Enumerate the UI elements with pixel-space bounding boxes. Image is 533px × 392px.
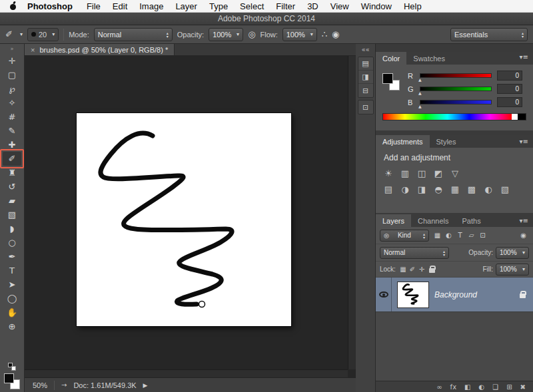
lasso-tool[interactable]: ℘ bbox=[3, 82, 21, 96]
menu-view[interactable]: View bbox=[324, 0, 355, 13]
expand-panels-icon[interactable]: «« bbox=[361, 45, 369, 55]
blur-tool[interactable]: ◗ bbox=[3, 222, 21, 236]
tab-channels[interactable]: Channels bbox=[411, 214, 455, 227]
channel-slider[interactable]: ▲ bbox=[420, 100, 492, 104]
status-flyout-icon[interactable]: → bbox=[61, 381, 67, 389]
channel-mixer-icon[interactable]: ▦ bbox=[450, 184, 460, 194]
move-tool[interactable]: ✛ bbox=[3, 54, 21, 68]
foreground-background-swatch[interactable] bbox=[4, 373, 20, 389]
tools-panel-collapse-icon[interactable]: » bbox=[11, 46, 14, 54]
slider-marker-icon[interactable]: ▲ bbox=[418, 104, 422, 108]
slider-marker-icon[interactable]: ▲ bbox=[418, 91, 422, 95]
levels-icon[interactable]: ▥ bbox=[400, 168, 410, 178]
zoom-tool[interactable]: ⊕ bbox=[3, 319, 21, 333]
menu-help[interactable]: Help bbox=[398, 0, 428, 13]
brush-tool[interactable]: ✐ bbox=[3, 152, 21, 166]
filter-adjustment-layers-icon[interactable]: ◐ bbox=[443, 230, 454, 241]
collapsed-panel-icon-1[interactable]: ▤ bbox=[358, 57, 373, 71]
window-title-bar[interactable]: Adobe Photoshop CC 2014 bbox=[0, 13, 533, 25]
spectrum-white-chip[interactable] bbox=[512, 114, 518, 120]
opacity-pressure-icon[interactable]: ◎ bbox=[248, 29, 255, 39]
tab-layers[interactable]: Layers bbox=[376, 214, 411, 227]
menu-select[interactable]: Select bbox=[234, 0, 270, 13]
zoom-level[interactable]: 50% bbox=[33, 381, 47, 389]
channel-value-field[interactable]: 0 bbox=[497, 71, 522, 81]
menu-file[interactable]: File bbox=[81, 0, 107, 13]
menu-filter[interactable]: Filter bbox=[270, 0, 301, 13]
invert-icon[interactable]: ◐ bbox=[484, 184, 493, 194]
posterize-icon[interactable]: ▧ bbox=[500, 184, 510, 194]
channel-value-field[interactable]: 0 bbox=[497, 97, 522, 107]
filter-shape-layers-icon[interactable]: ▱ bbox=[466, 230, 477, 241]
quick-selection-tool[interactable]: ✧ bbox=[3, 96, 21, 110]
tab-adjustments[interactable]: Adjustments bbox=[376, 135, 430, 148]
photo-filter-icon[interactable]: ◓ bbox=[434, 184, 443, 194]
menu-photoshop[interactable]: Photoshop bbox=[21, 0, 81, 13]
layer-filtering-toggle-icon[interactable]: ◉ bbox=[518, 230, 529, 241]
lock-image-pixels-icon[interactable]: ✐ bbox=[408, 266, 417, 273]
default-colors-icon[interactable] bbox=[8, 363, 16, 371]
color-spectrum-ramp[interactable] bbox=[382, 113, 526, 120]
eyedropper-tool[interactable]: ✎ bbox=[3, 124, 21, 138]
add-layer-mask-icon[interactable]: ◧ bbox=[464, 383, 470, 391]
history-brush-tool[interactable]: ↺ bbox=[3, 180, 21, 194]
menu-image[interactable]: Image bbox=[133, 0, 169, 13]
tab-paths[interactable]: Paths bbox=[456, 214, 488, 227]
vertical-scrollbar[interactable] bbox=[348, 56, 356, 369]
new-layer-icon[interactable]: ⊞ bbox=[506, 383, 512, 391]
slider-marker-icon[interactable]: ▲ bbox=[418, 77, 422, 82]
clone-stamp-tool[interactable]: ♜ bbox=[3, 166, 21, 180]
layer-effects-icon[interactable]: fx bbox=[450, 383, 456, 391]
document-tab[interactable]: × brushes.psd @ 50% (Layer 0, RGB/8) * bbox=[25, 44, 175, 55]
dodge-tool[interactable]: ○ bbox=[3, 236, 21, 250]
filter-smart-objects-icon[interactable]: ⊡ bbox=[477, 230, 488, 241]
menu-type[interactable]: Type bbox=[203, 0, 234, 13]
spectrum-black-chip[interactable] bbox=[518, 114, 526, 120]
lock-position-icon[interactable]: ✛ bbox=[417, 266, 426, 273]
new-adjustment-layer-icon[interactable]: ◐ bbox=[479, 383, 485, 391]
canvas-viewport[interactable] bbox=[25, 56, 356, 377]
vibrance-icon[interactable]: ▽ bbox=[450, 168, 460, 178]
filter-pixel-layers-icon[interactable]: ▦ bbox=[432, 230, 443, 241]
channel-slider[interactable]: ▲ bbox=[420, 73, 492, 78]
lock-all-icon[interactable] bbox=[429, 268, 435, 273]
delete-layer-icon[interactable]: ✖ bbox=[520, 383, 526, 391]
eraser-tool[interactable]: ▰ bbox=[3, 194, 21, 208]
opacity-select[interactable]: 100% ▾ bbox=[209, 28, 243, 41]
color-panel-fgbg-swatch[interactable] bbox=[382, 73, 400, 91]
ellipse-tool[interactable]: ◯ bbox=[3, 292, 21, 305]
collapsed-panel-icon-3[interactable]: ⊟ bbox=[358, 84, 373, 97]
exposure-icon[interactable]: ◩ bbox=[434, 168, 443, 178]
healing-brush-tool[interactable]: ✚ bbox=[3, 138, 21, 152]
tab-color[interactable]: Color bbox=[376, 52, 406, 65]
adjustments-panel-menu-icon[interactable]: ▾≡ bbox=[520, 135, 533, 148]
hue-saturation-icon[interactable]: ▤ bbox=[384, 184, 393, 194]
brush-size-picker[interactable]: 20 ▾ bbox=[27, 28, 59, 41]
channel-slider[interactable]: ▲ bbox=[420, 87, 492, 91]
color-panel-fg-chip[interactable] bbox=[382, 73, 393, 84]
layer-visibility-cell[interactable] bbox=[376, 278, 392, 311]
curves-icon[interactable]: ◫ bbox=[417, 168, 426, 178]
layer-fill-select[interactable]: 100% ▾ bbox=[496, 264, 529, 276]
canvas[interactable] bbox=[77, 113, 291, 326]
apple-logo-icon[interactable] bbox=[8, 1, 19, 11]
gradient-tool[interactable]: ▧ bbox=[3, 208, 21, 222]
link-layers-icon[interactable]: ∞ bbox=[436, 383, 442, 391]
menu-3d[interactable]: 3D bbox=[301, 0, 324, 13]
size-pressure-icon[interactable]: ◉ bbox=[332, 29, 339, 39]
menu-edit[interactable]: Edit bbox=[107, 0, 133, 13]
brush-preset-icon[interactable]: ✐ bbox=[5, 29, 13, 39]
collapsed-panel-icon-2[interactable]: ◨ bbox=[358, 71, 373, 84]
spectrum-gradient[interactable] bbox=[383, 114, 512, 120]
foreground-color-chip[interactable] bbox=[4, 373, 14, 383]
airbrush-icon[interactable]: ∴ bbox=[322, 29, 327, 39]
layer-background[interactable]: Background bbox=[376, 278, 533, 312]
path-selection-tool[interactable]: ➤ bbox=[3, 278, 21, 292]
pen-tool[interactable]: ✒ bbox=[3, 250, 21, 264]
close-tab-icon[interactable]: × bbox=[31, 46, 35, 54]
filter-type-layers-icon[interactable]: T bbox=[454, 230, 466, 241]
layer-blend-mode-select[interactable]: Normal ▴▾ bbox=[380, 247, 449, 259]
type-tool[interactable]: T bbox=[3, 264, 21, 278]
crop-tool[interactable]: # bbox=[3, 110, 21, 124]
color-panel-menu-icon[interactable]: ▾≡ bbox=[520, 53, 533, 61]
